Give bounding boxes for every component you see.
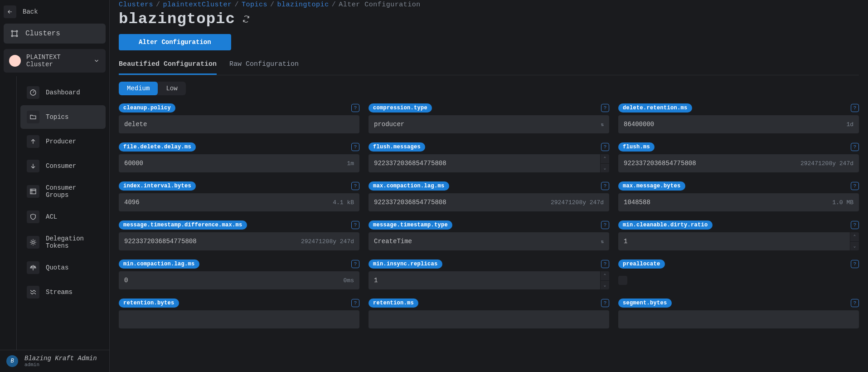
field-label: index.interval.bytes [119,181,196,191]
field-header: min.insync.replicas? [369,259,609,269]
select-message-timestamp-type[interactable]: CreateTime [369,232,609,250]
checkbox-preallocate[interactable] [618,276,627,285]
user-row[interactable]: B Blazing Kraft Admin admin [0,350,109,372]
help-icon[interactable]: ? [351,221,359,229]
sidebar-item-dashboard[interactable]: Dashboard [20,81,106,104]
avatar: B [6,355,18,367]
help-icon[interactable]: ? [851,299,859,307]
help-icon[interactable]: ? [601,221,609,229]
alter-configuration-button[interactable]: Alter Configuration [119,34,231,50]
text-input[interactable] [624,160,796,167]
nav-label: Delegation Tokens [46,235,99,250]
user-name: Blazing Kraft Admin [24,355,97,362]
field-preallocate: preallocate? [618,259,859,289]
field-label: min.insync.replicas [369,259,442,269]
text-input[interactable] [374,316,604,323]
help-icon[interactable]: ? [851,182,859,190]
help-icon[interactable]: ? [601,104,609,112]
text-input[interactable] [124,160,342,167]
field-header: flush.ms? [618,142,859,152]
field-label: flush.ms [618,142,655,152]
cluster-selector[interactable]: PLAINTEXT Cluster [4,49,106,73]
input-flush-ms[interactable]: 292471208y 247d [618,154,859,172]
stream-icon [27,286,39,299]
value-suffix: 4.1 kB [333,199,354,206]
step-up-button[interactable]: ⌃ [600,154,609,164]
segment-medium[interactable]: Medium [119,82,158,95]
step-down-button[interactable]: ⌄ [600,281,609,290]
stepper-input[interactable] [374,277,604,284]
help-icon[interactable]: ? [351,182,359,190]
input-max-compaction-lag-ms[interactable]: 292471208y 247d [369,193,609,211]
sidebar-item-delegation-tokens[interactable]: Delegation Tokens [20,230,106,255]
help-icon[interactable]: ? [851,104,859,112]
stepper-flush-messages[interactable]: ⌃⌄ [369,154,609,172]
stepper-min-cleanable-dirty-ratio[interactable]: ⌃⌄ [618,232,859,250]
sidebar-item-acl[interactable]: ACL [20,205,106,229]
select-compression-type[interactable]: producer [369,115,609,133]
text-input[interactable] [124,121,354,128]
stepper-buttons: ⌃⌄ [600,271,609,289]
nav-label: Topics [46,113,68,121]
step-down-button[interactable]: ⌄ [850,242,859,251]
sidebar-item-streams[interactable]: Streams [20,280,106,304]
stepper-input[interactable] [374,160,604,167]
text-input[interactable] [624,199,828,206]
text-input[interactable] [124,316,354,323]
breadcrumb-clusters[interactable]: Clusters [119,1,153,9]
input-index-interval-bytes[interactable]: 4.1 kB [119,193,359,211]
input-cleanup-policy[interactable] [119,115,359,133]
input-segment-bytes[interactable] [618,310,859,328]
field-max-message-bytes: max.message.bytes?1.0 MB [618,181,859,211]
sidebar-item-quotas[interactable]: Quotas [20,256,106,279]
stepper-min-insync-replicas[interactable]: ⌃⌄ [369,271,609,289]
help-icon[interactable]: ? [351,260,359,268]
input-retention-ms[interactable] [369,310,609,328]
breadcrumb-plaintextcluster[interactable]: plaintextCluster [163,1,232,9]
input-delete-retention-ms[interactable]: 1d [618,115,859,133]
help-icon[interactable]: ? [351,143,359,151]
help-icon[interactable]: ? [851,221,859,229]
step-up-button[interactable]: ⌃ [600,271,609,281]
field-label: message.timestamp.type [369,220,452,230]
help-icon[interactable]: ? [351,299,359,307]
back-button[interactable] [4,5,16,18]
text-input[interactable] [624,121,842,128]
help-icon[interactable]: ? [351,104,359,112]
text-input[interactable] [624,316,853,323]
sidebar-item-topics[interactable]: Topics [20,105,106,129]
input-file-delete-delay-ms[interactable]: 1m [119,154,359,172]
svg-point-0 [11,30,13,32]
sidebar-item-clusters[interactable]: Clusters [4,24,106,44]
nav-label: Dashboard [46,89,80,96]
sidebar-item-consumer-groups[interactable]: Consumer Groups [20,179,106,204]
breadcrumb-topics[interactable]: Topics [242,1,267,9]
segment-low[interactable]: Low [158,82,185,95]
help-icon[interactable]: ? [601,260,609,268]
tab-raw-configuration[interactable]: Raw Configuration [229,60,299,75]
field-delete-retention-ms: delete.retention.ms?1d [618,103,859,133]
field-header: min.compaction.lag.ms? [119,259,359,269]
step-down-button[interactable]: ⌄ [600,164,609,173]
text-input[interactable] [374,199,546,206]
text-input[interactable] [124,238,296,245]
reload-button[interactable] [242,15,251,24]
breadcrumb-blazingtopic[interactable]: blazingtopic [277,1,329,9]
help-icon[interactable]: ? [601,143,609,151]
input-min-compaction-lag-ms[interactable]: 0ms [119,271,359,289]
help-icon[interactable]: ? [851,260,859,268]
stepper-input[interactable] [624,238,853,245]
help-icon[interactable]: ? [601,182,609,190]
tab-beautified-configuration[interactable]: Beautified Configuration [119,60,217,75]
help-icon[interactable]: ? [851,143,859,151]
sidebar-item-consumer[interactable]: Consumer [20,154,106,178]
step-up-button[interactable]: ⌃ [850,232,859,242]
text-input[interactable] [124,277,339,284]
help-icon[interactable]: ? [601,299,609,307]
text-input[interactable] [124,199,328,206]
input-message-timestamp-difference-max-ms[interactable]: 292471208y 247d [119,232,359,250]
input-retention-bytes[interactable] [119,310,359,328]
page-title: blazingtopic [119,10,235,28]
input-max-message-bytes[interactable]: 1.0 MB [618,193,859,211]
sidebar-item-producer[interactable]: Producer [20,130,106,153]
